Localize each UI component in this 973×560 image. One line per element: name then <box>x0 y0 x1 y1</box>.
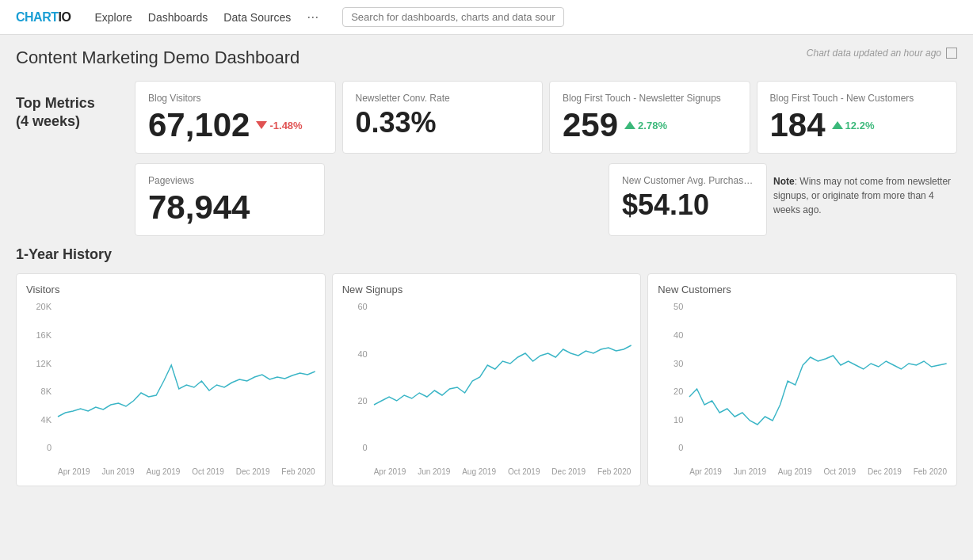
chart-updated: Chart data updated an hour ago <box>807 48 957 59</box>
nav-dashboards[interactable]: Dashboards <box>148 11 208 24</box>
search-input[interactable] <box>342 7 564 27</box>
chart-plot-visitors <box>58 302 315 452</box>
expand-icon[interactable] <box>946 48 957 59</box>
note-text: : Wins may not come from newsletter sign… <box>773 176 951 215</box>
chart-title: New Customers <box>658 284 947 295</box>
metric-newsletter-conv: Newsletter Conv. Rate 0.33% <box>342 81 544 154</box>
chart-signups: New Signups 60 40 20 0 Apr 2019 <box>332 273 642 486</box>
top-metrics-label: Top Metrics(4 weeks) <box>16 94 95 131</box>
chart-customers: New Customers 50 40 30 20 10 0 <box>647 273 957 486</box>
signups-line-svg <box>374 302 631 452</box>
page-title: Content Marketing Demo Dashboard <box>16 48 300 68</box>
metric-title: New Customer Avg. Purchase Amount <box>622 175 754 186</box>
x-axis-customers: Apr 2019 Jun 2019 Aug 2019 Oct 2019 Dec … <box>689 454 947 476</box>
metric-value: 259 2.78% <box>563 109 737 142</box>
metrics-label: Top Metrics(4 weeks) <box>16 81 135 154</box>
note-bold: Note <box>773 176 795 187</box>
metric-number: 0.33% <box>356 109 437 137</box>
x-axis-visitors: Apr 2019 Jun 2019 Aug 2019 Oct 2019 Dec … <box>58 454 315 476</box>
metric-title: Blog Visitors <box>148 93 322 104</box>
metric-title: Blog First Touch - Newsletter Signups <box>563 93 737 104</box>
metric-value: 67,102 -1.48% <box>148 109 322 142</box>
logo: CHARTIO <box>16 10 71 25</box>
y-axis-visitors: 20K 16K 12K 8K 4K 0 <box>26 302 55 452</box>
metric-avg-purchase: New Customer Avg. Purchase Amount $54.10 <box>609 163 767 236</box>
metric-title: Newsletter Conv. Rate <box>356 93 530 104</box>
page-header: Content Marketing Demo Dashboard Chart d… <box>16 48 957 68</box>
arrow-down-icon <box>256 121 267 129</box>
metric-title: Pageviews <box>148 175 311 186</box>
metric-number: 67,102 <box>148 109 250 142</box>
metric-pageviews: Pageviews 78,944 <box>135 163 325 236</box>
chart-area-visitors: 20K 16K 12K 8K 4K 0 Apr 2019 Ju <box>26 302 315 476</box>
metric-new-customers: Blog First Touch - New Customers 184 12.… <box>757 81 958 154</box>
nav-datasources[interactable]: Data Sources <box>223 11 291 24</box>
metrics-row-2: Pageviews 78,944 New Customer Avg. Purch… <box>16 163 957 236</box>
metric-value: 0.33% <box>356 109 530 137</box>
metric-badge: 2.78% <box>624 120 667 131</box>
charts-row: Visitors 20K 16K 12K 8K 4K 0 <box>16 273 957 486</box>
metric-value: 184 12.2% <box>770 109 944 142</box>
y-axis-customers: 50 40 30 20 10 0 <box>658 302 686 452</box>
nav-explore[interactable]: Explore <box>94 11 132 24</box>
y-axis-signups: 60 40 20 0 <box>342 302 371 452</box>
metric-number: 184 <box>770 109 826 142</box>
chart-area-customers: 50 40 30 20 10 0 Apr 2019 Jun 2 <box>658 302 947 476</box>
customers-line-svg <box>689 302 947 452</box>
top-metrics-section: Top Metrics(4 weeks) Blog Visitors 67,10… <box>16 81 957 236</box>
metric-badge: -1.48% <box>256 120 302 131</box>
metric-value: 78,944 <box>148 191 311 224</box>
navbar: CHARTIO Explore Dashboards Data Sources … <box>0 0 973 35</box>
arrow-up-icon <box>832 121 843 129</box>
metric-number: 259 <box>563 109 618 142</box>
chart-visitors: Visitors 20K 16K 12K 8K 4K 0 <box>16 273 326 486</box>
metric-blog-visitors: Blog Visitors 67,102 -1.48% <box>135 81 336 154</box>
chart-title: New Signups <box>342 284 631 295</box>
metric-note: Note: Wins may not come from newsletter … <box>773 163 957 236</box>
metric-number: 78,944 <box>148 191 250 224</box>
x-axis-signups: Apr 2019 Jun 2019 Aug 2019 Oct 2019 Dec … <box>374 454 631 476</box>
chart-plot-customers <box>689 302 947 452</box>
metric-newsletter-signups: Blog First Touch - Newsletter Signups 25… <box>549 81 750 154</box>
metric-title: Blog First Touch - New Customers <box>770 93 944 104</box>
chart-plot-signups <box>374 302 631 452</box>
metric-badge: 12.2% <box>832 120 875 131</box>
metrics-cards-row1: Blog Visitors 67,102 -1.48% Newsletter C… <box>135 81 957 154</box>
metric-value: $54.10 <box>622 191 754 219</box>
history-label: 1-Year History <box>16 246 957 264</box>
visitors-line-svg <box>58 302 315 452</box>
nav-more-icon[interactable]: ··· <box>307 9 319 25</box>
chart-area-signups: 60 40 20 0 Apr 2019 Jun 2019 Aug 2019 <box>342 302 631 476</box>
history-section: 1-Year History Visitors 20K 16K 12K 8K 4… <box>16 246 957 486</box>
metrics-row-1: Top Metrics(4 weeks) Blog Visitors 67,10… <box>16 81 957 154</box>
metric-avg-purchase-group: New Customer Avg. Purchase Amount $54.10… <box>609 163 957 236</box>
arrow-up-icon <box>624 121 635 129</box>
chart-title: Visitors <box>26 284 315 295</box>
page-content: Content Marketing Demo Dashboard Chart d… <box>0 35 973 499</box>
metric-number: $54.10 <box>622 191 709 219</box>
spacer <box>331 163 602 236</box>
